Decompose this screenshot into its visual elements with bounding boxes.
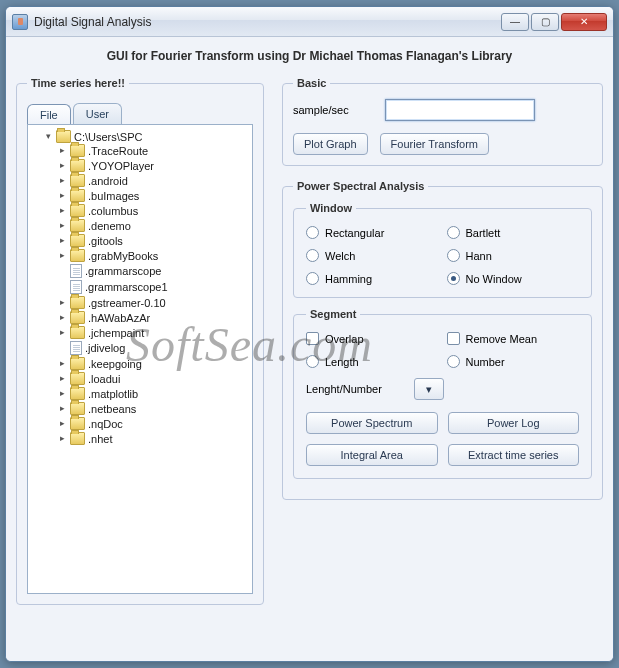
tab-user[interactable]: User xyxy=(73,103,122,124)
tree-item[interactable]: ▸.nhet xyxy=(58,432,250,445)
fourier-transform-button[interactable]: Fourier Transform xyxy=(380,133,489,155)
expand-icon[interactable]: ▸ xyxy=(58,251,67,260)
plot-graph-button[interactable]: Plot Graph xyxy=(293,133,368,155)
time-series-panel: Time series here!! File User ▾ C:\Users\… xyxy=(16,77,264,605)
folder-icon xyxy=(70,311,85,324)
tree-item-label: .netbeans xyxy=(88,403,136,415)
extract-time-series-button[interactable]: Extract time series xyxy=(448,444,580,466)
overlap-checkbox[interactable]: Overlap xyxy=(306,332,439,345)
remove-mean-checkbox[interactable]: Remove Mean xyxy=(447,332,580,345)
expand-icon[interactable]: ▸ xyxy=(58,404,67,413)
window-radio-label: Hamming xyxy=(325,273,372,285)
tree-item[interactable]: ▸.buImages xyxy=(58,189,250,202)
tree-item-label: .jchempaint xyxy=(88,327,144,339)
tree-item[interactable]: ▸.matplotlib xyxy=(58,387,250,400)
expand-icon[interactable]: ▸ xyxy=(58,236,67,245)
expand-icon[interactable]: ▸ xyxy=(58,221,67,230)
window-radio-label: No Window xyxy=(466,273,522,285)
tree-item-label: .nhet xyxy=(88,433,112,445)
tree-item-label: .nqDoc xyxy=(88,418,123,430)
window-radio-hamming[interactable]: Hamming xyxy=(306,272,439,285)
tree-item[interactable]: ▸.columbus xyxy=(58,204,250,217)
expand-icon[interactable]: ▸ xyxy=(58,191,67,200)
number-radio[interactable]: Number xyxy=(447,355,580,368)
folder-icon xyxy=(70,249,85,262)
tree-item-label: .hAWabAzAr xyxy=(88,312,150,324)
file-tree-scroll[interactable]: ▾ C:\Users\SPC ▸.TraceRoute▸.YOYOPlayer▸… xyxy=(27,124,253,594)
tree-item[interactable]: ▸.loadui xyxy=(58,372,250,385)
tree-item[interactable]: ▸.TraceRoute xyxy=(58,144,250,157)
expand-icon[interactable]: ▸ xyxy=(58,434,67,443)
window-radio-welch[interactable]: Welch xyxy=(306,249,439,262)
expand-icon[interactable]: ▸ xyxy=(58,146,67,155)
tree-item[interactable]: ▸.grabMyBooks xyxy=(58,249,250,262)
integral-area-button[interactable]: Integral Area xyxy=(306,444,438,466)
tree-item-label: .YOYOPlayer xyxy=(88,160,154,172)
app-window: Digital Signal Analysis — ▢ ✕ GUI for Fo… xyxy=(5,6,614,662)
radio-icon xyxy=(447,355,460,368)
tree-item[interactable]: ▸.nqDoc xyxy=(58,417,250,430)
tree-item[interactable]: ▸.hAWabAzAr xyxy=(58,311,250,324)
tree-item[interactable]: ▸.grammarscope xyxy=(58,264,250,278)
tree-item[interactable]: ▸.gitools xyxy=(58,234,250,247)
tree-item[interactable]: ▸.jchempaint xyxy=(58,326,250,339)
folder-icon xyxy=(70,387,85,400)
window-radio-rectangular[interactable]: Rectangular xyxy=(306,226,439,239)
expand-icon[interactable]: ▸ xyxy=(58,389,67,398)
expand-icon[interactable]: ▸ xyxy=(58,176,67,185)
expand-icon[interactable]: ▸ xyxy=(58,313,67,322)
folder-icon xyxy=(56,130,71,143)
tree-item[interactable]: ▸.jdivelog xyxy=(58,341,250,355)
tree-item[interactable]: ▸.android xyxy=(58,174,250,187)
tree-item-label: .denemo xyxy=(88,220,131,232)
tab-file[interactable]: File xyxy=(27,104,71,125)
window-radio-no-window[interactable]: No Window xyxy=(447,272,580,285)
sample-label: sample/sec xyxy=(293,104,373,116)
tree-item[interactable]: ▸.grammarscope1 xyxy=(58,280,250,294)
length-number-combo[interactable]: ▾ xyxy=(414,378,444,400)
window-radio-bartlett[interactable]: Bartlett xyxy=(447,226,580,239)
maximize-button[interactable]: ▢ xyxy=(531,13,559,31)
window-radio-hann[interactable]: Hann xyxy=(447,249,580,262)
tree-item[interactable]: ▸.netbeans xyxy=(58,402,250,415)
expand-icon[interactable]: ▸ xyxy=(58,328,67,337)
remove-mean-label: Remove Mean xyxy=(466,333,538,345)
expand-icon[interactable]: ▸ xyxy=(58,419,67,428)
tree-tabs: File User xyxy=(27,103,253,124)
checkbox-icon xyxy=(306,332,319,345)
tree-item[interactable]: ▸.keepgoing xyxy=(58,357,250,370)
sample-input[interactable] xyxy=(385,99,535,121)
number-label: Number xyxy=(466,356,505,368)
window-radio-label: Welch xyxy=(325,250,355,262)
power-log-button[interactable]: Power Log xyxy=(448,412,580,434)
collapse-icon[interactable]: ▾ xyxy=(44,132,53,141)
radio-icon xyxy=(447,249,460,262)
expand-icon[interactable]: ▸ xyxy=(58,374,67,383)
expand-icon[interactable]: ▸ xyxy=(58,161,67,170)
tree-item-label: .grammarscope xyxy=(85,265,161,277)
tree-item-label: .matplotlib xyxy=(88,388,138,400)
tree-item[interactable]: ▸.gstreamer-0.10 xyxy=(58,296,250,309)
segment-panel: Segment Overlap Remove Mean xyxy=(293,308,592,479)
folder-icon xyxy=(70,189,85,202)
close-button[interactable]: ✕ xyxy=(561,13,607,31)
expand-icon[interactable]: ▸ xyxy=(58,359,67,368)
tree-item-label: .buImages xyxy=(88,190,139,202)
tree-item-label: .gstreamer-0.10 xyxy=(88,297,166,309)
title-bar[interactable]: Digital Signal Analysis — ▢ ✕ xyxy=(6,7,613,37)
tree-item-label: .gitools xyxy=(88,235,123,247)
minimize-button[interactable]: — xyxy=(501,13,529,31)
expand-icon[interactable]: ▸ xyxy=(58,206,67,215)
length-radio[interactable]: Length xyxy=(306,355,439,368)
folder-icon xyxy=(70,204,85,217)
folder-icon xyxy=(70,326,85,339)
tree-item[interactable]: ▸.YOYOPlayer xyxy=(58,159,250,172)
folder-icon xyxy=(70,417,85,430)
tree-item[interactable]: ▸.denemo xyxy=(58,219,250,232)
checkbox-icon xyxy=(447,332,460,345)
power-spectrum-button[interactable]: Power Spectrum xyxy=(306,412,438,434)
expand-icon[interactable]: ▸ xyxy=(58,298,67,307)
basic-legend: Basic xyxy=(293,77,330,89)
folder-icon xyxy=(70,234,85,247)
length-number-label: Lenght/Number xyxy=(306,383,406,395)
